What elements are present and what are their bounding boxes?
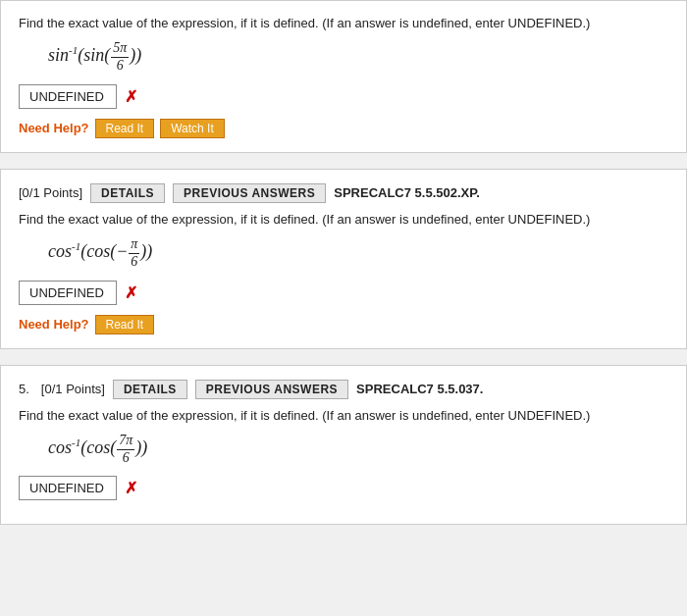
prev-answers-button-2[interactable]: PREVIOUS ANSWERS xyxy=(173,183,326,203)
details-button-3[interactable]: DETAILS xyxy=(113,380,187,399)
math-expression-3: cos-1(cos(7π6)) xyxy=(48,433,668,467)
problem-code-3: SPRECALC7 5.5.037. xyxy=(356,382,483,396)
answer-box-3[interactable]: UNDEFINED xyxy=(19,476,117,500)
problem-block-3: 5. [0/1 Points] DETAILS PREVIOUS ANSWERS… xyxy=(0,365,687,526)
math-expression-1: sin-1(sin(5π6)) xyxy=(48,40,668,75)
incorrect-mark-3: ✗ xyxy=(125,479,137,497)
problem-block-2: [0/1 Points] DETAILS PREVIOUS ANSWERS SP… xyxy=(0,169,687,349)
points-label-3: [0/1 Points] xyxy=(41,382,105,396)
section-divider-2 xyxy=(0,357,687,365)
problem-code-2: SPRECALC7 5.5.502.XP. xyxy=(334,185,480,200)
prev-answers-button-3[interactable]: PREVIOUS ANSWERS xyxy=(195,380,348,399)
incorrect-mark-2: ✗ xyxy=(125,283,137,302)
problem-header-3: 5. [0/1 Points] DETAILS PREVIOUS ANSWERS… xyxy=(19,380,668,399)
incorrect-mark-1: ✗ xyxy=(125,87,137,106)
points-label-2: [0/1 Points] xyxy=(19,185,82,200)
watch-it-button-1[interactable]: Watch It xyxy=(160,119,225,138)
details-button-2[interactable]: DETAILS xyxy=(90,183,165,203)
problem-block-1: Find the exact value of the expression, … xyxy=(0,0,687,153)
read-it-button-2[interactable]: Read It xyxy=(95,315,155,334)
answer-row-3: UNDEFINED ✗ xyxy=(19,476,668,500)
instruction-text-3: Find the exact value of the expression, … xyxy=(19,407,668,425)
need-help-label-2: Need Help? xyxy=(19,317,89,332)
need-help-row-1: Need Help? Read It Watch It xyxy=(19,119,668,138)
problem-header-2: [0/1 Points] DETAILS PREVIOUS ANSWERS SP… xyxy=(19,183,668,203)
instruction-text-2: Find the exact value of the expression, … xyxy=(19,211,668,229)
answer-box-1[interactable]: UNDEFINED xyxy=(19,84,117,109)
problem-number-3: 5. xyxy=(19,382,29,396)
need-help-label-1: Need Help? xyxy=(19,121,89,135)
section-divider-1 xyxy=(0,161,687,169)
instruction-text-1: Find the exact value of the expression, … xyxy=(19,15,668,32)
answer-row-1: UNDEFINED ✗ xyxy=(19,84,668,109)
answer-row-2: UNDEFINED ✗ xyxy=(19,281,668,305)
math-expression-2: cos-1(cos(−π6)) xyxy=(48,236,668,271)
answer-box-2[interactable]: UNDEFINED xyxy=(19,281,117,305)
read-it-button-1[interactable]: Read It xyxy=(95,119,155,138)
need-help-row-2: Need Help? Read It xyxy=(19,315,668,334)
